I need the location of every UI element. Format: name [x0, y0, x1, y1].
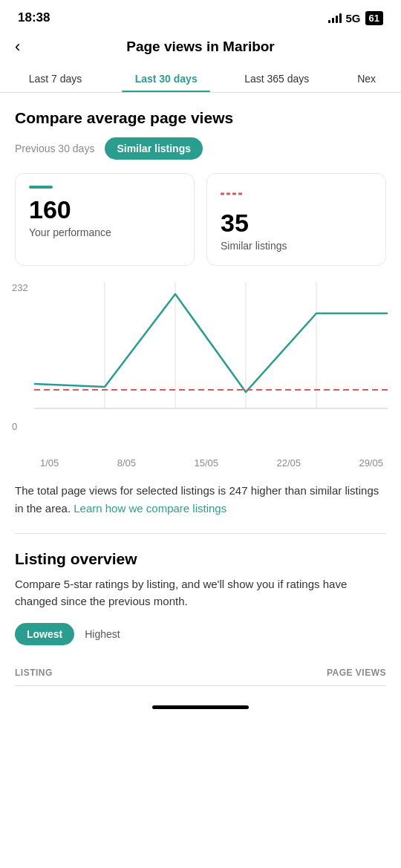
- main-content: Compare average page views Previous 30 d…: [0, 109, 401, 686]
- chart-y-max: 232: [12, 282, 28, 293]
- x-label-4: 22/05: [276, 457, 301, 469]
- tab-nex[interactable]: Nex: [332, 64, 401, 92]
- header: ‹ Page views in Maribor: [0, 31, 401, 64]
- chart-y-min: 0: [12, 421, 17, 432]
- page-title: Page views in Maribor: [126, 39, 275, 55]
- status-bar: 18:38 5G 61: [0, 0, 401, 31]
- previous-30-label[interactable]: Previous 30 days: [15, 143, 94, 154]
- section-divider: [15, 533, 386, 534]
- signal-icon: [328, 13, 342, 23]
- filter-lowest-button[interactable]: Lowest: [15, 623, 74, 645]
- compare-section-title: Compare average page views: [15, 109, 386, 127]
- stat-cards: 160 Your performance 35 Similar listings: [15, 173, 386, 266]
- similar-listings-label: Similar listings: [221, 240, 372, 252]
- your-performance-label: Your performance: [29, 226, 180, 238]
- home-indicator: [0, 694, 401, 717]
- similar-listings-toggle[interactable]: Similar listings: [105, 137, 203, 160]
- your-performance-value: 160: [29, 196, 180, 223]
- table-col-listing: LISTING: [15, 668, 53, 678]
- table-header: LISTING PAGE VIEWS: [15, 662, 386, 686]
- back-button[interactable]: ‹: [15, 37, 20, 56]
- x-label-3: 15/05: [194, 457, 218, 469]
- similar-listings-card: 35 Similar listings: [206, 173, 386, 266]
- learn-more-link[interactable]: Learn how we compare listings: [74, 502, 226, 515]
- listing-overview-title: Listing overview: [15, 550, 386, 568]
- description-text: The total page views for selected listin…: [15, 482, 386, 517]
- status-time: 18:38: [18, 10, 50, 25]
- chart-container: 232 0: [12, 282, 389, 453]
- x-axis-labels: 1/05 8/05 15/05 22/05 29/05: [37, 457, 386, 469]
- red-dashed-line-indicator: [221, 192, 244, 196]
- network-type: 5G: [346, 12, 361, 25]
- filter-row: Lowest Highest: [15, 623, 386, 645]
- filter-highest-button[interactable]: Highest: [85, 628, 120, 640]
- your-performance-line: [34, 294, 388, 392]
- table-col-pageviews: PAGE VIEWS: [327, 668, 386, 678]
- chart-svg-wrapper: [34, 282, 389, 430]
- line-chart: [34, 282, 388, 427]
- compare-toggle-row: Previous 30 days Similar listings: [15, 137, 386, 160]
- tab-365days[interactable]: Last 365 days: [221, 64, 332, 92]
- status-right: 5G 61: [328, 11, 383, 25]
- x-label-5: 29/05: [359, 457, 383, 469]
- listing-overview-description: Compare 5-star ratings by listing, and w…: [15, 575, 386, 610]
- x-label-2: 8/05: [117, 457, 136, 469]
- similar-listings-value: 35: [221, 209, 372, 237]
- tab-30days[interactable]: Last 30 days: [111, 64, 221, 92]
- tab-7days[interactable]: Last 7 days: [0, 64, 111, 92]
- teal-line-indicator: [29, 186, 53, 189]
- battery-icon: 61: [365, 11, 383, 25]
- your-performance-card: 160 Your performance: [15, 173, 195, 266]
- tabs-row: Last 7 days Last 30 days Last 365 days N…: [0, 64, 401, 93]
- x-label-1: 1/05: [40, 457, 59, 469]
- home-bar: [152, 705, 249, 709]
